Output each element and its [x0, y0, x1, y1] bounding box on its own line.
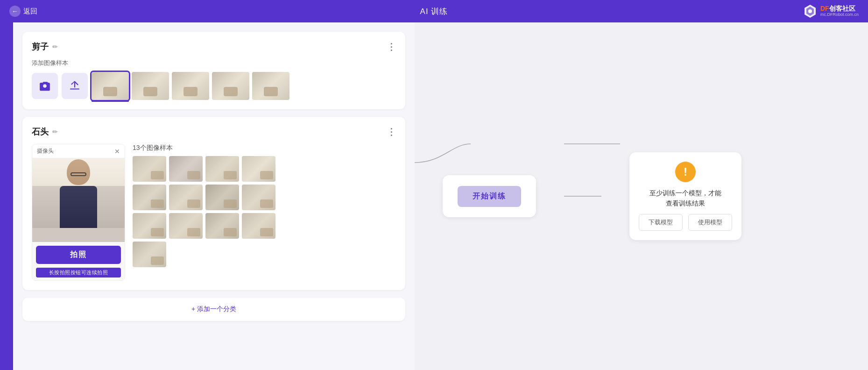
result-text-2: 查看训练结果	[666, 199, 705, 207]
left-sidebar	[0, 22, 13, 370]
scissors-more-icon[interactable]: ⋮	[387, 41, 396, 52]
result-text-1: 至少训练一个模型，才能	[649, 189, 721, 197]
stone-sample-count: 13个图像样本	[133, 144, 275, 152]
scissors-edit-icon[interactable]: ✏	[52, 43, 58, 50]
person-figure	[60, 159, 97, 228]
download-model-button[interactable]: 下载模型	[639, 214, 683, 231]
stone-img-9[interactable]	[133, 213, 166, 239]
scissors-title-row: 剪子 ✏	[32, 41, 58, 52]
result-actions: 下载模型 使用模型	[639, 214, 732, 231]
scissors-title: 剪子	[32, 41, 49, 52]
upload-btn[interactable]	[62, 73, 88, 99]
logo-text: DF创客社区 mc.DFRobot.com.cn	[820, 5, 859, 17]
main-content: 剪子 ✏ ⋮ 添加图像样本	[0, 22, 868, 370]
stone-header: 石头 ✏ ⋮	[32, 126, 396, 137]
connector-line	[564, 196, 601, 197]
stone-img-5[interactable]	[133, 185, 166, 210]
stone-title-row: 石头 ✏	[32, 126, 58, 137]
add-category-btn[interactable]: + 添加一个分类	[22, 298, 405, 321]
start-train-button[interactable]: 开始训练	[458, 186, 521, 207]
logo-brand: DF创客社区	[820, 5, 859, 12]
camera-label: 摄像头	[37, 147, 54, 155]
logo-rest: 创客社区	[829, 5, 855, 12]
scissors-sample-1[interactable]	[92, 72, 129, 100]
scissors-sample-2[interactable]	[132, 72, 169, 100]
camera-panel: 摄像头 ✕ 拍照 长按拍照按钮可连续拍照	[32, 144, 125, 281]
stone-img-10[interactable]	[169, 213, 203, 239]
scissors-header: 剪子 ✏ ⋮	[32, 41, 396, 52]
page-title: AI 训练	[420, 6, 448, 17]
stone-img-11[interactable]	[205, 213, 239, 239]
warning-icon: !	[675, 162, 696, 182]
stone-more-icon[interactable]: ⋮	[387, 126, 396, 137]
scissors-card: 剪子 ✏ ⋮ 添加图像样本	[22, 32, 405, 109]
camera-icon	[39, 80, 51, 92]
scissors-images-row	[92, 72, 289, 100]
train-box: 开始训练	[443, 175, 536, 217]
person-glasses	[71, 172, 86, 176]
stone-content: 摄像头 ✕ 拍照 长按拍照按钮可连续拍照	[32, 144, 396, 281]
use-model-button[interactable]: 使用模型	[688, 214, 732, 231]
stone-img-3[interactable]	[205, 156, 239, 182]
person-head	[67, 159, 90, 185]
stone-img-2[interactable]	[169, 156, 203, 182]
add-category-label: + 添加一个分类	[191, 305, 236, 313]
svg-point-2	[808, 9, 812, 13]
stone-samples: 13个图像样本	[133, 144, 275, 281]
stone-title: 石头	[32, 126, 49, 137]
back-arrow-icon: ←	[9, 6, 21, 17]
scissors-sample-4[interactable]	[212, 72, 249, 100]
center-panel: 剪子 ✏ ⋮ 添加图像样本	[13, 22, 415, 370]
person-body	[60, 186, 97, 228]
scissors-add-label: 添加图像样本	[32, 59, 396, 67]
logo: DF创客社区 mc.DFRobot.com.cn	[803, 4, 859, 19]
stone-img-13[interactable]	[133, 242, 166, 267]
camera-preview	[32, 158, 125, 242]
scissors-image-actions	[32, 72, 396, 100]
scissors-sample-5[interactable]	[252, 72, 289, 100]
warning-symbol: !	[684, 165, 687, 178]
result-message: 至少训练一个模型，才能 查看训练结果	[649, 188, 721, 209]
logo-icon	[803, 4, 818, 19]
stone-img-8[interactable]	[242, 185, 275, 210]
photo-button[interactable]: 拍照	[36, 246, 121, 264]
app-header: ← 返回 AI 训练 DF创客社区 mc.DFRobot.com.cn	[0, 0, 868, 22]
logo-df: DF	[820, 5, 829, 12]
back-label: 返回	[23, 7, 37, 16]
photo-hint: 长按拍照按钮可连续拍照	[36, 268, 121, 278]
stone-samples-grid	[133, 156, 275, 267]
back-button[interactable]: ← 返回	[9, 6, 37, 17]
stone-img-6[interactable]	[169, 185, 203, 210]
result-box: ! 至少训练一个模型，才能 查看训练结果 下载模型 使用模型	[629, 152, 741, 241]
stone-img-1[interactable]	[133, 156, 166, 182]
stone-img-7[interactable]	[205, 185, 239, 210]
stone-img-4[interactable]	[242, 156, 275, 182]
camera-close-btn[interactable]: ✕	[114, 148, 120, 155]
camera-header: 摄像头 ✕	[32, 144, 125, 158]
right-panel: 开始训练 ! 至少训练一个模型，才能 查看训练结果 下载模型 使用模型	[415, 22, 868, 370]
scissors-sample-3[interactable]	[172, 72, 209, 100]
logo-url: mc.DFRobot.com.cn	[820, 13, 859, 17]
scissors-underline	[92, 100, 129, 102]
stone-card: 石头 ✏ ⋮ 摄像头 ✕	[22, 117, 405, 290]
stone-img-12[interactable]	[242, 213, 275, 239]
stone-edit-icon[interactable]: ✏	[52, 128, 58, 135]
camera-floor	[32, 228, 125, 242]
camera-btn[interactable]	[32, 73, 58, 99]
upload-icon	[69, 80, 81, 92]
